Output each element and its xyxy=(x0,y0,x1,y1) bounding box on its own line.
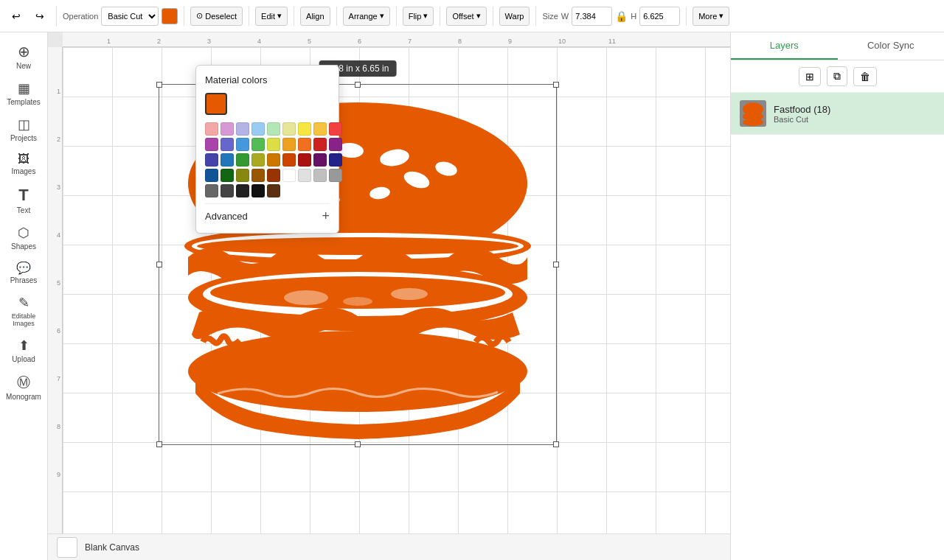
color-cell[interactable] xyxy=(267,169,280,182)
color-cell[interactable] xyxy=(251,169,265,182)
flip-button[interactable]: Flip ▾ xyxy=(403,7,434,26)
ruler-vertical: 1 2 3 4 5 6 7 8 9 xyxy=(48,47,63,560)
color-swatch[interactable] xyxy=(162,8,178,24)
color-cell[interactable] xyxy=(221,169,234,182)
color-cell[interactable] xyxy=(267,122,280,136)
height-input[interactable] xyxy=(639,7,680,26)
color-cell[interactable] xyxy=(251,184,265,197)
warp-group: Warp xyxy=(499,7,537,26)
color-cell[interactable] xyxy=(298,169,311,182)
color-cell[interactable] xyxy=(298,122,311,136)
tab-layers[interactable]: Layers xyxy=(731,32,838,60)
sidebar-item-monogram[interactable]: Ⓜ Monogram xyxy=(3,369,44,405)
sidebar-item-phrases[interactable]: 💬 Phrases xyxy=(3,256,44,289)
sidebar-item-new[interactable]: ⊕ New xyxy=(3,38,44,74)
sidebar-item-upload[interactable]: ⬆ Upload xyxy=(3,333,44,368)
color-cell[interactable] xyxy=(236,184,249,197)
sidebar-item-text[interactable]: T Text xyxy=(3,181,44,219)
color-cell[interactable] xyxy=(205,138,218,151)
sidebar-item-templates[interactable]: ▦ Templates xyxy=(3,76,44,111)
shapes-icon: ⬡ xyxy=(18,225,30,241)
color-cell[interactable] xyxy=(267,153,280,167)
color-cell[interactable] xyxy=(298,153,311,167)
color-cell[interactable] xyxy=(267,184,280,197)
color-cell[interactable] xyxy=(221,184,234,197)
color-cell[interactable] xyxy=(282,153,296,167)
operation-select[interactable]: Basic Cut xyxy=(101,7,159,26)
redo-button[interactable]: ↪ xyxy=(30,6,50,27)
color-cell[interactable] xyxy=(205,122,218,136)
tab-color-sync[interactable]: Color Sync xyxy=(838,32,945,60)
color-cell[interactable] xyxy=(221,153,234,167)
color-cell[interactable] xyxy=(221,138,234,151)
color-cell[interactable] xyxy=(205,153,218,167)
canvas-color-preview xyxy=(57,537,77,558)
advanced-section[interactable]: Advanced + xyxy=(205,203,330,224)
layer-item[interactable]: Fastfood (18) Basic Cut xyxy=(731,93,944,135)
color-cell[interactable] xyxy=(313,153,327,167)
offset-chevron-icon: ▾ xyxy=(476,11,481,21)
group-button[interactable]: ⊞ xyxy=(799,67,821,86)
color-cell[interactable] xyxy=(329,122,342,136)
arrange-button[interactable]: Arrange ▾ xyxy=(343,7,390,26)
width-input[interactable] xyxy=(572,7,612,26)
duplicate-icon: ⧉ xyxy=(833,70,841,82)
right-panel-toolbar: ⊞ ⧉ 🗑 xyxy=(731,60,944,93)
advanced-label: Advanced xyxy=(205,211,248,222)
edit-button[interactable]: Edit ▾ xyxy=(255,7,288,26)
color-cell[interactable] xyxy=(313,138,327,151)
width-label: W xyxy=(561,12,569,21)
deselect-group: ⊙ Deselect xyxy=(190,7,249,26)
current-color-swatch[interactable] xyxy=(205,93,227,115)
color-cell[interactable] xyxy=(221,122,234,136)
height-label: H xyxy=(631,12,636,21)
more-group: More ▾ xyxy=(693,7,735,26)
duplicate-button[interactable]: ⧉ xyxy=(827,66,847,86)
svg-point-21 xyxy=(743,119,763,126)
color-cell[interactable] xyxy=(329,153,342,167)
color-cell[interactable] xyxy=(329,138,342,151)
phrases-icon: 💬 xyxy=(16,261,31,275)
color-cell[interactable] xyxy=(251,138,265,151)
picker-title: Material colors xyxy=(205,74,330,85)
color-cell[interactable] xyxy=(251,122,265,136)
color-cell[interactable] xyxy=(267,138,280,151)
sidebar-item-projects[interactable]: ◫ Projects xyxy=(3,112,44,147)
color-cell[interactable] xyxy=(282,138,296,151)
color-cell[interactable] xyxy=(205,184,218,197)
color-cell[interactable] xyxy=(313,169,327,182)
color-cell[interactable] xyxy=(329,169,342,182)
more-button[interactable]: More ▾ xyxy=(693,7,729,26)
color-cell[interactable] xyxy=(313,122,327,136)
color-cell[interactable] xyxy=(282,169,296,182)
color-cell[interactable] xyxy=(205,169,218,182)
align-button[interactable]: Align xyxy=(300,7,330,26)
sidebar-item-editable[interactable]: ✎ Editable Images xyxy=(3,290,44,332)
color-cell[interactable] xyxy=(236,122,249,136)
deselect-button[interactable]: ⊙ Deselect xyxy=(190,7,243,26)
sidebar-item-images-label: Images xyxy=(12,167,36,175)
color-cell[interactable] xyxy=(282,122,296,136)
color-cell[interactable] xyxy=(236,153,249,167)
more-chevron-icon: ▾ xyxy=(719,11,723,21)
color-cell[interactable] xyxy=(236,169,249,182)
arrange-chevron-icon: ▾ xyxy=(380,11,384,21)
canvas-area[interactable]: 1 2 3 4 5 6 7 8 9 10 11 1 2 3 4 5 6 7 8 … xyxy=(48,32,730,560)
canvas-label: Blank Canvas xyxy=(85,542,139,553)
svg-point-18 xyxy=(343,297,372,306)
color-picker-popup: Material colors Advanced + xyxy=(195,65,339,234)
sidebar-item-images[interactable]: 🖼 Images xyxy=(3,148,44,180)
sidebar-item-shapes[interactable]: ⬡ Shapes xyxy=(3,220,44,255)
editable-icon: ✎ xyxy=(18,295,30,311)
ruler-horizontal: 1 2 3 4 5 6 7 8 9 10 11 xyxy=(63,32,730,47)
layer-operation: Basic Cut xyxy=(774,115,935,124)
offset-button[interactable]: Offset ▾ xyxy=(446,7,486,26)
color-cell[interactable] xyxy=(298,138,311,151)
undo-button[interactable]: ↩ xyxy=(6,6,27,27)
warp-button[interactable]: Warp xyxy=(499,7,530,26)
sidebar-item-projects-label: Projects xyxy=(10,134,37,142)
delete-button[interactable]: 🗑 xyxy=(853,67,877,86)
color-cell[interactable] xyxy=(251,153,265,167)
color-cell[interactable] xyxy=(236,138,249,151)
size-group: Size W 🔒 H xyxy=(542,7,687,26)
